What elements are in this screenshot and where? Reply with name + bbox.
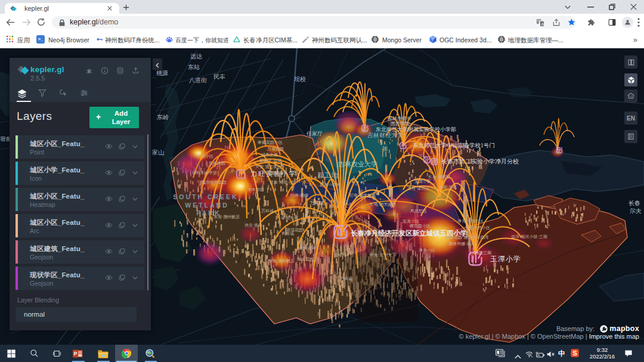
svg-text:诗意·香颂: 诗意·香颂	[244, 223, 262, 227]
svg-text:玉潭小学: 玉潭小学	[490, 255, 521, 263]
svg-text:天安·第五街区: 天安·第五街区	[255, 165, 281, 169]
svg-text:樱花园小区: 樱花园小区	[410, 224, 431, 228]
svg-text:长春: 长春	[628, 200, 640, 206]
svg-text:民丰: 民丰	[213, 73, 225, 80]
svg-text:宝龙小区: 宝龙小区	[402, 219, 419, 223]
svg-text:新洲小胡同: 新洲小胡同	[320, 182, 340, 187]
svg-text:八道街: 八道街	[189, 77, 207, 83]
svg-text:WETLAND: WETLAND	[185, 202, 229, 209]
svg-text:吉林财经大学: 吉林财经大学	[367, 132, 403, 138]
svg-text:吉林农业大学: 吉林农业大学	[338, 160, 377, 168]
svg-text:水木华园: 水木华园	[247, 187, 264, 192]
svg-text:观塘花园·雅之珠水晶湾: 观塘花园·雅之珠水晶湾	[445, 235, 488, 240]
svg-text:东安·湖州帆景: 东安·湖州帆景	[268, 259, 295, 264]
svg-text:楼亭·光机: 楼亭·光机	[439, 185, 457, 190]
svg-text:家山: 家山	[152, 149, 164, 156]
svg-text:保利水木年华: 保利水木年华	[192, 171, 217, 175]
svg-text:万月花园: 万月花园	[267, 147, 284, 151]
svg-text:净月小区: 净月小区	[419, 248, 435, 253]
svg-text:克园三期: 克园三期	[475, 250, 491, 255]
svg-text:锦绣·香岭: 锦绣·香岭	[298, 246, 316, 250]
svg-text:长电·朗天国际: 长电·朗天国际	[370, 202, 396, 207]
svg-text:长春·柚青投: 长春·柚青投	[428, 175, 450, 180]
svg-text:大有城: 大有城	[281, 231, 294, 236]
svg-text:东站: 东站	[188, 64, 200, 70]
svg-text:新工地: 新工地	[317, 172, 338, 179]
svg-text:新星宇·福苑: 新星宇·福苑	[259, 158, 281, 163]
svg-text:广源小区: 广源小区	[197, 154, 213, 158]
svg-text:万科城: 万科城	[261, 209, 274, 213]
svg-text:中景天域: 中景天域	[281, 216, 298, 220]
svg-text:国西学院: 国西学院	[391, 121, 410, 126]
svg-text:恒峰·晴峰: 恒峰·晴峰	[290, 193, 308, 197]
svg-text:城市经典花园: 城市经典花园	[201, 180, 227, 185]
svg-text:净月·珑熙台: 净月·珑熙台	[407, 186, 429, 191]
svg-text:棠棣: 棠棣	[334, 253, 342, 257]
svg-text:万科城: 万科城	[309, 200, 324, 206]
svg-text:万科城: 万科城	[340, 277, 352, 281]
svg-text:中置国际城: 中置国际城	[262, 171, 283, 175]
svg-text:东岭: 东岭	[157, 114, 169, 120]
svg-text:凤凰墅区: 凤凰墅区	[410, 209, 427, 214]
svg-text:任家厅: 任家厅	[306, 131, 323, 137]
svg-text:光机净月小区: 光机净月小区	[465, 225, 490, 230]
svg-text:梅铭花园: 梅铭花园	[296, 257, 314, 262]
svg-text:一队: 一队	[338, 200, 349, 206]
svg-text:远洋·戴河小镇·三期: 远洋·戴河小镇·三期	[511, 234, 547, 239]
svg-text:康铮丹娜·迪冯: 康铮丹娜·迪冯	[448, 241, 475, 246]
svg-text:东北师范大学中信实验学校1号门: 东北师范大学中信实验学校1号门	[413, 142, 495, 148]
svg-text:红电·朗天国际: 红电·朗天国际	[349, 193, 376, 198]
svg-text:S: S	[572, 349, 577, 357]
svg-text:东安·溯州帆景: 东安·溯州帆景	[213, 215, 240, 219]
svg-text:吉林华侨外: 吉林华侨外	[388, 116, 411, 121]
svg-text:SOUTH CREEK: SOUTH CREEK	[173, 193, 238, 200]
svg-text:中海·寰宇天下: 中海·寰宇天下	[370, 253, 396, 258]
svg-text:亚泰梅园: 亚泰梅园	[209, 161, 225, 166]
svg-text:宝龙小区: 宝龙小区	[414, 179, 431, 183]
svg-text:翠庭花园小区: 翠庭花园小区	[258, 140, 283, 145]
svg-text:坦校: 坦校	[294, 76, 306, 82]
svg-text:亚泰·梅苑小区: 亚泰·梅苑小区	[270, 180, 296, 185]
svg-text:桃源: 桃源	[156, 70, 168, 76]
svg-text:尔夫: 尔夫	[630, 208, 642, 214]
svg-text:城市之星: 城市之星	[261, 152, 278, 157]
svg-text:远达: 远达	[190, 53, 202, 60]
svg-text:长春市第二实验小学净月分校: 长春市第二实验小学净月分校	[441, 158, 519, 165]
svg-text:净月·长投ELK: 净月·长投ELK	[457, 219, 484, 224]
